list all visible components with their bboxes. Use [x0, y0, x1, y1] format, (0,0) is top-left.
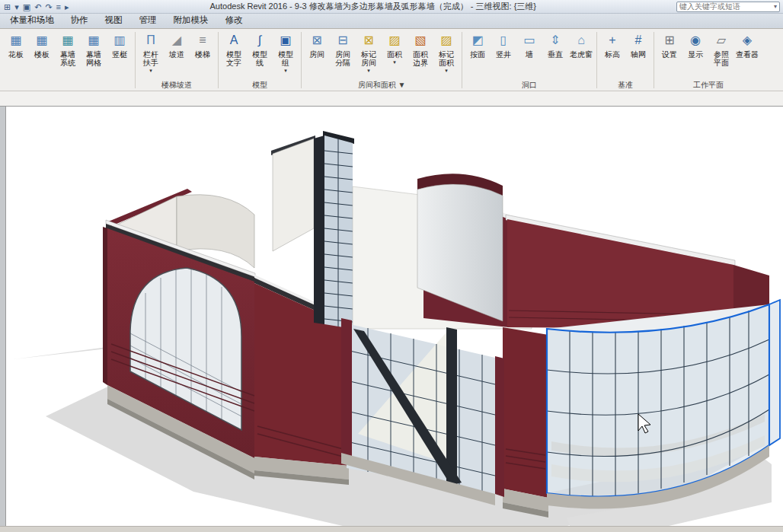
tool-model-line[interactable]: ∫模型线 — [247, 30, 273, 77]
ribbon-tabs: 体量和场地协作视图管理附加模块修改 — [0, 14, 783, 29]
tool-model-group[interactable]: ▣模型组▾ — [273, 30, 299, 77]
search-dropdown-icon[interactable]: ▾ — [774, 3, 777, 10]
tool-stair[interactable]: ≡楼梯 — [190, 30, 216, 77]
dropdown-arrow-icon: ▾ — [284, 68, 287, 73]
tool-wall-opening-icon: ▭ — [523, 32, 535, 50]
tab-5[interactable]: 修改 — [217, 13, 251, 28]
search-input[interactable] — [679, 2, 774, 11]
tool-curtain-system[interactable]: ▦幕墙系统 — [55, 30, 81, 77]
tool-room-separator-label: 房间 — [335, 50, 350, 59]
window-title: Autodesk Revit 2016 - 9-3 修改幕墙为多边形幕墙及弧形幕… — [70, 1, 676, 12]
tool-workplane-set-label: 设置 — [662, 50, 677, 59]
tool-railing-label: 栏杆 — [143, 50, 158, 59]
tab-2[interactable]: 视图 — [97, 13, 131, 28]
viewport-canvas[interactable] — [6, 107, 783, 526]
tab-4[interactable]: 附加模块 — [165, 13, 217, 28]
tool-curtain-grid-label: 幕墙 — [86, 50, 101, 59]
tool-room-tag-label: 标记 — [361, 50, 376, 59]
tool-model-line-label2: 线 — [256, 59, 264, 67]
tool-room-separator[interactable]: ⊟房间分隔 — [330, 30, 356, 77]
qat-dropdown-icon[interactable]: ▾ — [14, 1, 20, 13]
group-workplane-label: 工作平面 — [657, 79, 760, 91]
tool-room-tag[interactable]: ⊠标记房间▾ — [356, 30, 382, 77]
tool-curtain-system-label2: 系统 — [60, 59, 75, 67]
tool-workplane-show-label: 显示 — [688, 50, 703, 59]
tool-area-boundary[interactable]: ▧面积边界 — [407, 30, 433, 77]
group-datum: +标高#轴网基准 — [597, 30, 654, 91]
dropdown-arrow-icon: ▾ — [393, 59, 396, 65]
tool-workplane-show-icon: ◉ — [690, 32, 701, 50]
tool-dormer-opening-label: 老虎窗 — [570, 50, 593, 59]
tool-viewer-label: 查看器 — [736, 50, 759, 59]
tool-ramp[interactable]: ◢坡道 — [164, 30, 190, 77]
tool-stair-label: 楼梯 — [195, 50, 210, 59]
tab-0[interactable]: 体量和场地 — [2, 13, 62, 28]
tool-model-text[interactable]: A模型文字 — [221, 30, 247, 77]
tool-area-boundary-label2: 边界 — [413, 59, 428, 67]
tool-grid-label: 轴网 — [631, 50, 646, 59]
tool-model-text-icon: A — [230, 32, 238, 50]
tool-vertical-opening[interactable]: ⇕垂直 — [542, 30, 568, 77]
drawing-area[interactable] — [6, 107, 783, 526]
model-front-pier[interactable] — [503, 327, 548, 518]
tool-room-separator-label2: 分隔 — [335, 59, 350, 67]
tool-ref-plane[interactable]: ▱参照平面 — [708, 30, 734, 77]
tool-ceiling-label: 花板 — [8, 50, 24, 59]
tool-room-separator-icon: ⊟ — [337, 32, 347, 50]
tool-dormer-opening[interactable]: ⌂老虎窗 — [568, 30, 594, 77]
tool-wall-opening[interactable]: ▭墙 — [516, 30, 542, 77]
tool-room[interactable]: ⊠房间 — [304, 30, 330, 77]
group-room-area-label[interactable]: 房间和面积 ▼ — [304, 79, 459, 91]
print-icon[interactable]: ≡ — [56, 1, 62, 13]
tool-workplane-show[interactable]: ◉显示 — [682, 30, 708, 77]
group-model-label: 模型 — [221, 79, 299, 91]
save-icon[interactable]: ▣ — [22, 1, 31, 13]
tool-workplane-set[interactable]: ⊞设置 — [657, 30, 682, 77]
search-box[interactable]: ▾ — [676, 2, 780, 12]
tool-viewer[interactable]: ◈查看器 — [734, 30, 760, 77]
tool-railing-label2: 扶手 — [143, 59, 158, 67]
tool-ceiling[interactable]: ▦花板 — [3, 30, 29, 77]
tool-vertical-opening-label: 垂直 — [548, 50, 563, 59]
options-bar — [0, 91, 783, 107]
modify-arrow-icon[interactable]: ▸ — [64, 1, 70, 13]
tool-model-line-icon: ∫ — [258, 32, 261, 50]
dropdown-arrow-icon: ▾ — [445, 68, 448, 73]
tool-model-group-label: 模型 — [278, 50, 293, 59]
tool-area-tag-label: 标记 — [439, 50, 454, 59]
tool-curtain-system-icon: ▦ — [62, 32, 73, 50]
tool-room-icon: ⊠ — [312, 32, 321, 50]
tool-curtain-grid[interactable]: ▦幕墙网格 — [81, 30, 107, 77]
tool-area-tag-icon: ▨ — [440, 32, 452, 50]
redo-icon[interactable]: ↷ — [44, 1, 53, 13]
tool-level-label: 标高 — [605, 50, 620, 59]
tool-model-text-label: 模型 — [226, 50, 241, 59]
tool-shaft-opening[interactable]: ▯竖井 — [491, 30, 516, 77]
tool-mullion[interactable]: ▥竖梃 — [107, 30, 133, 77]
tool-room-tag-label2: 房间 — [361, 59, 376, 67]
tool-area-boundary-icon: ▧ — [414, 32, 426, 50]
tab-3[interactable]: 管理 — [131, 13, 165, 28]
tool-opening-by-face[interactable]: ◩按面 — [465, 30, 491, 77]
tool-area-label: 面积 — [387, 50, 402, 59]
model-curved-wall-tower[interactable] — [417, 174, 510, 327]
ribbon: ▦花板▦楼板▦幕墙系统▦幕墙网格▥竖梃Π栏杆扶手▾◢坡道≡楼梯楼梯坡道A模型文字… — [0, 29, 783, 91]
tool-floor[interactable]: ▦楼板 — [29, 30, 55, 77]
tool-railing[interactable]: Π栏杆扶手▾ — [138, 30, 164, 77]
tool-area[interactable]: ▨面积▾ — [382, 30, 407, 77]
tool-ref-plane-label: 参照 — [714, 50, 729, 59]
tool-curtain-grid-icon: ▦ — [88, 32, 99, 50]
tool-room-tag-icon: ⊠ — [363, 32, 373, 50]
group-circulation-label: 楼梯坡道 — [138, 79, 216, 91]
tool-level[interactable]: +标高 — [599, 30, 625, 77]
tool-model-text-label2: 文字 — [226, 59, 241, 67]
tool-shaft-opening-icon: ▯ — [500, 32, 507, 50]
tool-area-tag[interactable]: ▨标记面积▾ — [433, 30, 459, 77]
tool-area-tag-label2: 面积 — [439, 59, 454, 67]
app-menu-icon[interactable]: ⊞ — [3, 1, 11, 13]
tool-ref-plane-icon: ▱ — [717, 32, 726, 50]
tool-grid[interactable]: #轴网 — [625, 30, 651, 77]
tab-1[interactable]: 协作 — [62, 13, 97, 28]
undo-icon[interactable]: ↶ — [34, 1, 42, 13]
revit-window: ⊞▾▣↶↷≡▸ Autodesk Revit 2016 - 9-3 修改幕墙为多… — [0, 0, 783, 532]
